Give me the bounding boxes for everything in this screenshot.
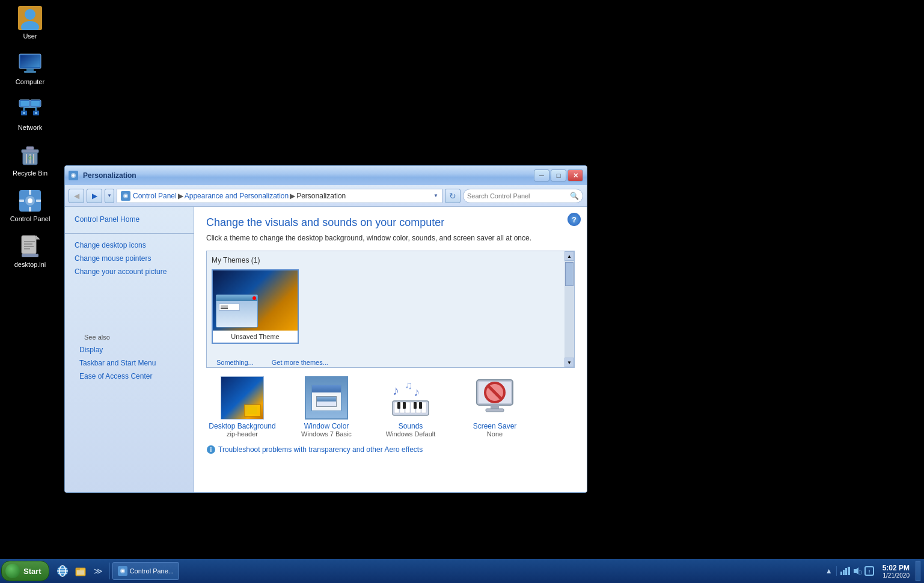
troubleshoot-icon: i — [206, 445, 216, 454]
desktop-icon-network[interactable]: Network — [6, 97, 54, 131]
troubleshoot-text: Troubleshoot problems with transparency … — [218, 445, 423, 454]
svg-text:♪: ♪ — [393, 383, 399, 398]
desktop-background-label: Desktop Background — [209, 422, 275, 430]
network-icon-label: Network — [18, 124, 42, 131]
screen-saver-sublabel: None — [487, 430, 503, 438]
recycle-icon-label: Recycle Bin — [13, 169, 47, 177]
breadcrumb-part-1[interactable]: Control Panel — [133, 192, 177, 200]
desktop-icon-recycle[interactable]: ♻ Recycle Bin — [6, 143, 54, 177]
main-subtitle: Click a theme to change the desktop back… — [206, 234, 575, 242]
svg-rect-58 — [403, 402, 406, 409]
cpanel-icon — [18, 189, 42, 213]
theme-scroll-up[interactable]: ▲ — [564, 251, 574, 261]
sidebar-change-account-picture[interactable]: Change your account picture — [65, 265, 194, 278]
start-button[interactable]: Start — [1, 561, 49, 581]
svg-text:!: ! — [868, 569, 870, 575]
svg-rect-83 — [845, 568, 847, 575]
screen-saver-icon — [473, 376, 516, 420]
address-bar: ◀ ▶ ▼ Control Panel ▶ Appearance and Per… — [65, 185, 587, 207]
svg-point-43 — [72, 174, 75, 177]
user-icon-label: User — [23, 32, 37, 40]
start-orb — [5, 564, 20, 578]
tray-arrow-button[interactable]: ▲ — [824, 566, 834, 576]
theme-item-unsaved[interactable]: Unsaved Theme — [212, 269, 299, 344]
taskbar-cpanel-icon — [118, 566, 127, 576]
svg-text:♻: ♻ — [28, 154, 33, 161]
svg-text:i: i — [210, 447, 212, 453]
clock[interactable]: 5:02 PM 1/21/2020 — [880, 564, 912, 579]
svg-marker-85 — [854, 567, 858, 575]
svg-rect-60 — [419, 402, 422, 409]
help-button[interactable]: ? — [568, 213, 581, 226]
sidebar-change-desktop-icons[interactable]: Change desktop icons — [65, 239, 194, 252]
desktop-icon-area: User Computer — [6, 6, 54, 268]
shortcut-window-color[interactable]: Window Color Windows 7 Basic — [290, 376, 363, 438]
taskbar-items: Control Pane... — [112, 562, 822, 580]
shortcut-desktop-background[interactable]: Desktop Background zip-header — [206, 376, 278, 438]
show-desktop-button[interactable] — [916, 561, 920, 581]
user-icon — [18, 6, 42, 30]
search-input[interactable] — [467, 192, 570, 200]
breadcrumb-part-2[interactable]: Appearance and Personalization — [185, 192, 289, 200]
ini-icon — [18, 234, 42, 258]
title-bar-icon — [69, 171, 78, 180]
svg-point-28 — [28, 198, 32, 203]
search-box[interactable]: 🔍 — [463, 189, 583, 203]
desktop-icon-computer[interactable]: Computer — [6, 52, 54, 85]
shortcut-sounds[interactable]: ♪ ♫ ♪ — [375, 376, 447, 438]
tray-network-icon[interactable] — [840, 566, 850, 576]
close-button[interactable]: ✕ — [568, 169, 583, 182]
sidebar-taskbar-start-menu[interactable]: Taskbar and Start Menu — [75, 356, 184, 370]
taskbar-item-cpanel[interactable]: Control Pane... — [112, 562, 179, 580]
svg-text:)))): )))) — [859, 570, 862, 575]
svg-rect-76 — [76, 568, 80, 570]
svg-rect-6 — [26, 69, 34, 71]
svg-point-17 — [23, 112, 25, 114]
theme-item-label: Unsaved Theme — [213, 333, 298, 340]
minimize-button[interactable]: ─ — [534, 169, 549, 182]
maximize-button[interactable]: □ — [551, 169, 566, 182]
theme-scrollbar: ▲ ▼ — [564, 251, 574, 367]
window-color-label: Window Color — [304, 422, 349, 430]
tray-volume-icon[interactable]: )))) — [852, 566, 862, 576]
svg-point-1 — [25, 9, 35, 20]
ini-icon-label: desktop.ini — [14, 261, 46, 268]
address-dropdown-button[interactable]: ▼ — [105, 189, 114, 203]
title-bar-title: Personalization — [83, 171, 531, 180]
tray-action-icon[interactable]: ! — [864, 566, 874, 576]
ql-more-button[interactable]: ≫ — [90, 563, 107, 579]
refresh-button[interactable] — [445, 189, 460, 203]
troubleshoot-link[interactable]: i Troubleshoot problems with transparenc… — [206, 445, 575, 454]
back-button[interactable]: ◀ — [69, 189, 84, 203]
theme-preview — [213, 270, 298, 331]
theme-scroll-thumb[interactable] — [565, 262, 574, 286]
address-path[interactable]: Control Panel ▶ Appearance and Personali… — [117, 189, 442, 203]
refresh-icon — [449, 191, 456, 201]
theme-scroll-down[interactable]: ▼ — [564, 358, 574, 367]
svg-text:♫: ♫ — [405, 379, 413, 391]
sidebar-ease-of-access[interactable]: Ease of Access Center — [75, 370, 184, 383]
shortcut-screen-saver[interactable]: Screen Saver None — [459, 376, 531, 438]
desktop-icon-user[interactable]: User — [6, 6, 54, 40]
search-icon[interactable]: 🔍 — [570, 192, 579, 200]
path-dropdown-arrow[interactable]: ▼ — [433, 193, 438, 198]
sidebar-display[interactable]: Display — [75, 343, 184, 356]
desktop-icon-ini[interactable]: desktop.ini — [6, 234, 54, 268]
breadcrumb-part-3: Personalization — [296, 192, 346, 200]
sidebar-change-mouse-pointers[interactable]: Change mouse pointers — [65, 252, 194, 265]
svg-rect-14 — [24, 107, 36, 108]
svg-rect-81 — [840, 572, 842, 575]
window-body: Control Panel Home Change desktop icons … — [65, 207, 587, 492]
breadcrumb-sep-2: ▶ — [290, 192, 295, 200]
svg-rect-56 — [421, 402, 426, 413]
svg-rect-57 — [397, 402, 400, 409]
ql-ie-button[interactable] — [54, 563, 71, 579]
svg-rect-9 — [20, 101, 29, 106]
desktop-icon-cpanel[interactable]: Control Panel — [6, 189, 54, 222]
themes-row2-label1: Something... — [216, 359, 254, 366]
ql-explorer-button[interactable] — [72, 563, 89, 579]
forward-button[interactable]: ▶ — [87, 189, 102, 203]
clock-date: 1/21/2020 — [883, 572, 910, 579]
sidebar-control-panel-home[interactable]: Control Panel Home — [65, 213, 194, 226]
svg-rect-82 — [843, 570, 845, 575]
